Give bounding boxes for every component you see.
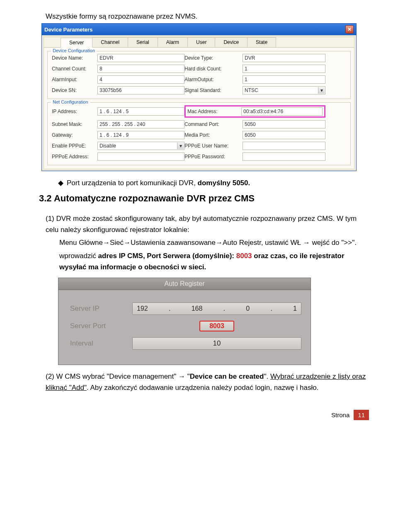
intro-text: Wszystkie formy są rozpoznawane przez NV…	[46, 12, 369, 21]
dot-icon: .	[270, 305, 272, 312]
gateway-label: Gateway:	[52, 132, 97, 138]
subnet-mask-label: Subnet Mask:	[52, 121, 97, 127]
bullet-port-info: Port urządzenia to port komunikacji DVR,…	[58, 179, 369, 187]
signal-standard-value: NTSC	[245, 87, 258, 93]
wprow-a: wprowadzić	[59, 252, 98, 260]
channel-count-label: Channel Count:	[52, 66, 97, 72]
tab-server[interactable]: Server	[61, 38, 92, 48]
para2-e: . Aby zakończyć dodawanie urządzenia nal…	[87, 384, 318, 392]
wprow-b: adres IP CMS, Port Serwera (domyślnie):	[98, 252, 236, 260]
dot-icon: .	[223, 305, 225, 312]
tabs: Server Channel Serial Alarm User Device …	[44, 37, 354, 48]
device-sn-label: Device SN:	[52, 87, 97, 93]
server-ip-oct2: 168	[192, 305, 203, 312]
dialog-body: Server Channel Serial Alarm User Device …	[44, 37, 354, 169]
pppoe-password-input[interactable]	[243, 152, 325, 161]
device-config-legend: Device Configuration	[51, 48, 97, 53]
port-number: 8003	[236, 252, 254, 260]
mac-address-highlight: Mac Address: 00:a5:d3:cd:e4:76	[184, 105, 325, 118]
server-ip-label: Server IP	[70, 305, 132, 313]
section-heading: 3.2 Automatyczne rozpoznawanie DVR przez…	[39, 193, 369, 204]
pppoe-address-input[interactable]	[97, 152, 184, 161]
footer-label: Strona	[331, 411, 349, 418]
tab-state[interactable]: State	[247, 37, 276, 47]
alarm-output-label: AlarmOutput:	[184, 77, 243, 82]
para2-b: Device can be created	[190, 372, 264, 380]
device-name-label: Device Name:	[52, 55, 97, 61]
device-type-label: Device Type:	[184, 55, 243, 61]
ip-address-input[interactable]: 1 . 6 . 124 . 5	[97, 107, 184, 116]
tab-device[interactable]: Device	[215, 37, 248, 47]
para2-a: (2) W CMS wybrać "Device management" → "	[46, 372, 190, 380]
interval-label: Interval	[70, 339, 132, 348]
pppoe-enable-label: Enable PPPoE:	[52, 143, 97, 149]
pppoe-enable-select[interactable]: Disable ▾	[97, 142, 184, 150]
gateway-input[interactable]: 1 . 6 . 124 . 9	[97, 131, 184, 139]
media-port-label: Media Port:	[184, 132, 243, 138]
bullet-text-b: domyślny 5050.	[198, 179, 250, 187]
mac-address-value: 00:a5:d3:cd:e4:76	[241, 107, 323, 116]
dialog-title: Device Parameters	[44, 27, 92, 33]
page-footer: Strona 11	[37, 410, 369, 420]
pppoe-enable-value: Disable	[100, 143, 116, 149]
pppoe-address-label: PPPoE Address:	[52, 154, 97, 160]
tab-serial[interactable]: Serial	[128, 37, 158, 47]
subnet-mask-input[interactable]: 255 . 255 . 255 . 240	[97, 120, 184, 128]
hdd-count-value: 1	[243, 65, 325, 73]
net-config-legend: Net Configuration	[51, 99, 90, 104]
dot-icon: .	[169, 305, 170, 312]
signal-standard-label: Signal Standard:	[184, 87, 243, 93]
pppoe-password-label: PPPoE Password:	[184, 154, 243, 160]
bullet-text-a: Port urządzenia to port komunikacji DVR,	[67, 179, 198, 187]
signal-standard-select[interactable]: NTSC ▾	[243, 86, 325, 94]
tab-channel[interactable]: Channel	[92, 37, 128, 47]
tab-alarm[interactable]: Alarm	[158, 37, 188, 47]
alarm-input-value: 4	[97, 75, 184, 84]
server-ip-input[interactable]: 192 . 168 . 0 . 1	[132, 302, 301, 315]
document-page: Wszystkie formy są rozpoznawane przez NV…	[0, 0, 398, 428]
auto-register-body: Server IP 192 . 168 . 0 . 1 Server Port …	[58, 290, 311, 365]
diamond-icon	[58, 179, 67, 187]
net-configuration-group: Net Configuration IP Address: 1 . 6 . 12…	[47, 102, 351, 165]
page-number: 11	[354, 410, 369, 420]
mac-address-label: Mac Address:	[187, 109, 241, 114]
server-port-label: Server Port	[70, 322, 132, 330]
pppoe-user-label: PPPoE User Name:	[184, 143, 243, 149]
chevron-down-icon: ▾	[318, 87, 325, 94]
ip-address-label: IP Address:	[52, 109, 97, 114]
alarm-input-label: AlarmInput:	[52, 77, 97, 82]
server-ip-oct4: 1	[293, 305, 297, 312]
paragraph-2: (2) W CMS wybrać "Device management" → "…	[46, 371, 369, 393]
close-icon[interactable]: ✕	[345, 25, 354, 34]
server-ip-oct3: 0	[246, 305, 250, 312]
device-configuration-group: Device Configuration Device Name: EDVR D…	[47, 51, 351, 99]
chevron-down-icon: ▾	[177, 143, 184, 149]
device-type-value: DVR	[243, 54, 325, 62]
interval-input[interactable]: 10	[132, 337, 301, 350]
device-sn-value: 33075b56	[97, 86, 184, 94]
pppoe-user-input[interactable]	[243, 142, 325, 150]
device-parameters-dialog: Device Parameters ✕ Server Channel Seria…	[41, 23, 357, 171]
device-name-input[interactable]: EDVR	[97, 54, 184, 62]
media-port-input[interactable]: 6050	[243, 131, 325, 139]
para2-c: ".	[264, 372, 270, 380]
hdd-count-label: Hard disk Count:	[184, 66, 243, 72]
server-port-input[interactable]: 8003	[199, 321, 234, 331]
command-port-label: Command Port:	[184, 121, 243, 127]
auto-register-panel: Auto Register Server IP 192 . 168 . 0 . …	[58, 278, 311, 365]
channel-count-value: 8	[97, 65, 184, 73]
paragraph-1-intro: (1) DVR może zostać skonfigurowany tak, …	[46, 213, 369, 235]
server-ip-oct1: 192	[137, 305, 148, 312]
command-port-input[interactable]: 5050	[243, 120, 325, 128]
alarm-output-value: 1	[243, 75, 325, 84]
auto-register-title: Auto Register	[58, 278, 311, 290]
dialog-titlebar: Device Parameters ✕	[42, 24, 356, 35]
paragraph-1-wprow: wprowadzić adres IP CMS, Port Serwera (d…	[59, 250, 369, 273]
paragraph-1-menu: Menu Główne→Sieć→Ustawienia zaawansowane…	[59, 237, 369, 248]
tab-user[interactable]: User	[187, 37, 215, 47]
